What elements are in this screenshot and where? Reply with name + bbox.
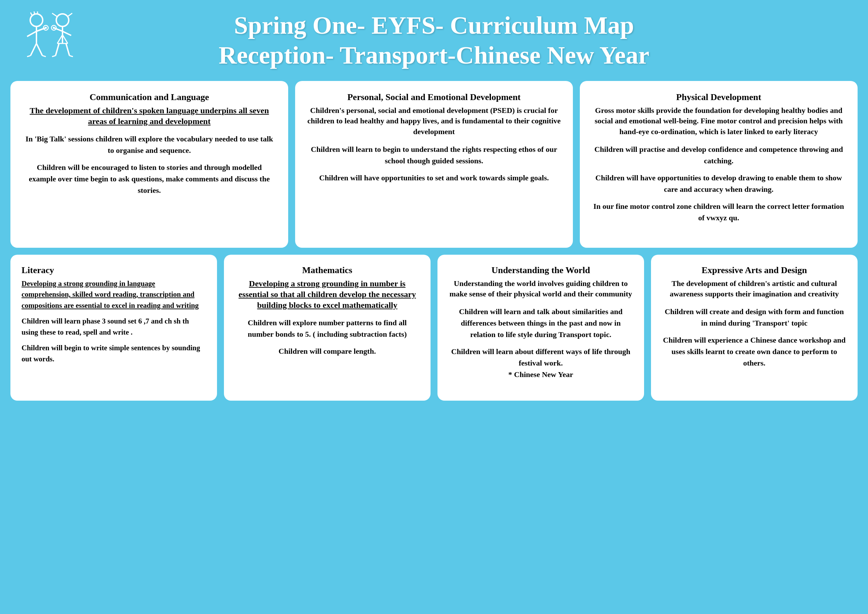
- card-body-arts-2: Children will experience a Chinese dance…: [662, 334, 846, 369]
- card-body-world-1: Children will learn and talk about simil…: [449, 306, 633, 340]
- svg-line-21: [66, 44, 70, 56]
- card-intro-arts: The development of children's artistic a…: [662, 278, 846, 300]
- card-mathematics: Mathematics Developing a strong groundin…: [224, 255, 431, 401]
- card-body-phys-1: Children will practise and develop confi…: [592, 143, 845, 166]
- svg-line-20: [56, 44, 59, 56]
- svg-line-9: [27, 56, 31, 57]
- svg-point-13: [56, 14, 69, 26]
- card-subtitle-math: Developing a strong grounding in number …: [235, 278, 419, 311]
- svg-line-2: [34, 11, 35, 14]
- svg-line-7: [31, 44, 36, 56]
- svg-line-1: [31, 12, 32, 15]
- card-subtitle-lit: Developing a strong grounding in languag…: [22, 278, 206, 311]
- svg-line-19: [62, 31, 71, 36]
- svg-point-12: [45, 27, 47, 29]
- card-title-arts: Expressive Arts and Design: [662, 264, 846, 276]
- card-literacy: Literacy Developing a strong grounding i…: [11, 255, 217, 401]
- card-body-arts-1: Children will create and design with for…: [662, 306, 846, 329]
- card-title-world: Understanding the World: [449, 264, 633, 276]
- logo: [17, 11, 80, 67]
- card-title-psed: Personal, Social and Emotional Developme…: [307, 92, 561, 103]
- card-body-comm-1: In 'Big Talk' sessions children will exp…: [23, 133, 276, 156]
- svg-line-17: [62, 35, 68, 44]
- card-expressive-arts: Expressive Arts and Design The developme…: [651, 255, 857, 401]
- page-title: Spring One- EYFS- Curriculum Map Recepti…: [219, 11, 649, 70]
- card-title-math: Mathematics: [235, 264, 419, 276]
- card-body-comm-2: Children will be encouraged to listen to…: [23, 162, 276, 196]
- card-body-lit-2: Children will begin to write simple sent…: [22, 343, 206, 365]
- svg-line-10: [42, 56, 46, 57]
- card-psed: Personal, Social and Emotional Developme…: [295, 81, 573, 248]
- svg-line-8: [36, 44, 42, 56]
- svg-line-16: [57, 35, 62, 44]
- svg-line-5: [27, 31, 36, 36]
- card-body-phys-3: In our fine motor control zone children …: [592, 201, 845, 224]
- top-cards-row: Communication and Language The developme…: [11, 81, 857, 248]
- card-understanding-world: Understanding the World Understanding th…: [437, 255, 644, 401]
- card-body-world-2: Children will learn about different ways…: [449, 346, 633, 380]
- card-body-math-1: Children will explore number patterns to…: [235, 317, 419, 340]
- svg-point-0: [30, 14, 43, 26]
- card-body-psed-1: Children will learn to begin to understa…: [307, 143, 561, 166]
- svg-line-25: [67, 13, 72, 17]
- card-subtitle-comm: The development of children's spoken lan…: [23, 105, 276, 127]
- card-title-phys: Physical Development: [592, 92, 845, 103]
- card-title-comm: Communication and Language: [23, 92, 276, 103]
- card-communication-language: Communication and Language The developme…: [11, 81, 288, 248]
- bottom-cards-row: Literacy Developing a strong grounding i…: [11, 255, 857, 401]
- svg-line-24: [52, 13, 57, 17]
- card-body-psed-2: Children will have opportunities to set …: [307, 172, 561, 183]
- svg-line-23: [70, 56, 73, 57]
- card-body-lit-1: Children will learn phase 3 sound set 6 …: [22, 316, 206, 338]
- card-physical: Physical Development Gross motor skills …: [580, 81, 857, 248]
- svg-point-27: [53, 27, 55, 29]
- card-body-math-2: Children will compare length.: [235, 345, 419, 357]
- card-body-phys-2: Children will have opportunities to deve…: [592, 172, 845, 195]
- title-block: Spring One- EYFS- Curriculum Map Recepti…: [219, 11, 649, 70]
- card-intro-phys: Gross motor skills provide the foundatio…: [592, 105, 845, 137]
- header: Spring One- EYFS- Curriculum Map Recepti…: [11, 11, 857, 70]
- card-intro-psed: Children's personal, social and emotiona…: [307, 105, 561, 137]
- card-intro-world: Understanding the world involves guiding…: [449, 278, 633, 300]
- svg-line-22: [52, 56, 56, 57]
- card-title-lit: Literacy: [22, 264, 206, 276]
